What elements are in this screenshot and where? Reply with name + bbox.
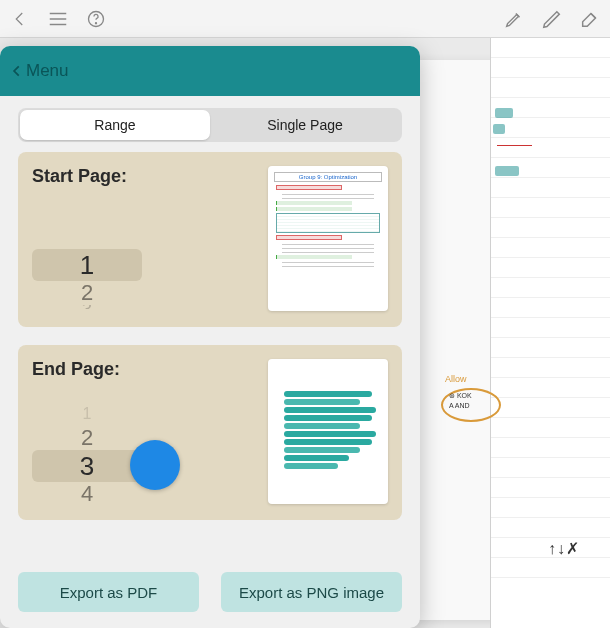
back-to-menu-button[interactable]: Menu <box>10 61 69 81</box>
start-page-title: Start Page: <box>32 166 258 187</box>
margin-note: A AND <box>449 402 470 409</box>
help-icon[interactable] <box>84 7 108 31</box>
margin-label: Allow <box>445 374 467 384</box>
tab-range[interactable]: Range <box>20 110 210 140</box>
start-page-thumbnail: Group 9: Optimization <box>268 166 388 311</box>
export-popover: Menu Range Single Page Start Page: 1 2 3… <box>0 46 420 628</box>
svg-point-4 <box>96 22 97 23</box>
margin-note: ⊛ KOK <box>449 392 472 400</box>
menu-icon[interactable] <box>46 7 70 31</box>
picker-value-selected[interactable]: 3 <box>32 450 142 482</box>
picker-value[interactable]: 1 <box>32 404 142 426</box>
popover-header: Menu <box>0 46 420 96</box>
back-label: Menu <box>26 61 69 81</box>
end-page-card: End Page: 1 2 3 4 5 (last) <box>18 345 402 520</box>
back-icon[interactable] <box>8 7 32 31</box>
picker-value[interactable]: 3 <box>32 305 142 309</box>
end-page-picker[interactable]: 1 2 3 4 5 (last) <box>32 404 142 504</box>
page-symbol: ↑↓✗ <box>548 539 580 558</box>
document-page[interactable]: Allow ⊛ KOK A AND ↑↓✗ <box>490 38 610 628</box>
start-page-picker[interactable]: 1 2 3 <box>32 249 142 309</box>
range-mode-segmented: Range Single Page <box>18 108 402 142</box>
ink-pen-icon[interactable] <box>502 7 526 31</box>
highlighter-icon[interactable] <box>578 7 602 31</box>
export-png-button[interactable]: Export as PNG image <box>221 572 402 612</box>
picker-value-selected[interactable]: 1 <box>32 249 142 281</box>
export-pdf-button[interactable]: Export as PDF <box>18 572 199 612</box>
pencil-icon[interactable] <box>540 7 564 31</box>
tab-single-page[interactable]: Single Page <box>210 110 400 140</box>
picker-value[interactable]: 2 <box>32 426 142 450</box>
end-page-thumbnail <box>268 359 388 504</box>
top-toolbar <box>0 0 610 38</box>
thumb-header: Group 9: Optimization <box>274 172 382 182</box>
picker-value[interactable]: 4 <box>32 482 142 504</box>
start-page-card: Start Page: 1 2 3 Group 9: Optimization <box>18 152 402 327</box>
end-page-title: End Page: <box>32 359 258 380</box>
touch-indicator <box>130 440 180 490</box>
picker-value[interactable]: 2 <box>32 281 142 305</box>
